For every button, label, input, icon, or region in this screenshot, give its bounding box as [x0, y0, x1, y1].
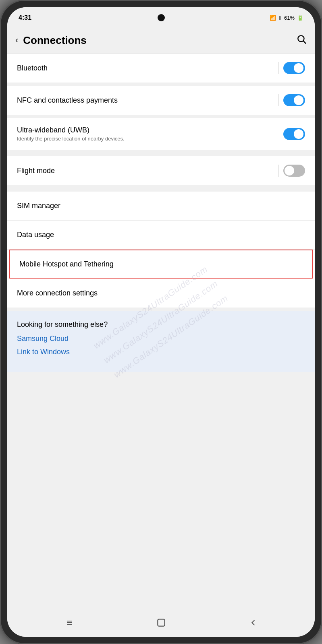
wifi-icon: 📶 [270, 15, 276, 21]
section-uwb: Ultra-wideband (UWB) Identify the precis… [7, 118, 315, 150]
status-time: 4:31 [19, 14, 31, 21]
flight-mode-toggle[interactable] [283, 165, 305, 177]
uwb-item[interactable]: Ultra-wideband (UWB) Identify the precis… [7, 118, 315, 150]
signal-icon: ⅠⅠ [278, 15, 282, 21]
page-title: Connections [23, 34, 86, 47]
nfc-toggle[interactable] [283, 94, 305, 106]
uwb-label: Ultra-wideband (UWB) [17, 126, 283, 134]
mobile-hotspot-label: Mobile Hotspot and Tethering [19, 260, 303, 268]
nfc-item[interactable]: NFC and contactless payments [7, 86, 315, 115]
nfc-label: NFC and contactless payments [17, 96, 278, 105]
search-button[interactable] [296, 34, 307, 47]
camera-cutout [158, 14, 165, 21]
more-connections-label: More connection settings [17, 289, 305, 297]
bluetooth-toggle[interactable] [283, 62, 305, 74]
battery-percent: 61% [284, 15, 295, 21]
section-misc: SIM manager Data usage Mobile Hotspot an… [7, 192, 315, 308]
uwb-toggle[interactable] [283, 128, 305, 140]
flight-mode-label: Flight mode [17, 167, 278, 175]
svg-line-1 [303, 41, 306, 43]
status-bar: 4:31 📶 ⅠⅠ 61% 🔋 [7, 7, 315, 28]
toggle-knob [294, 129, 303, 139]
recent-apps-button[interactable] [64, 618, 74, 627]
divider [278, 165, 278, 177]
svg-rect-8 [158, 619, 165, 626]
sim-manager-item[interactable]: SIM manager [7, 192, 315, 221]
back-button[interactable]: ‹ [15, 35, 18, 45]
phone-screen: www.GalaxyS24UltraGuide.com www.GalaxyS2… [7, 7, 315, 637]
sim-manager-label: SIM manager [17, 202, 305, 210]
status-icons: 📶 ⅠⅠ 61% 🔋 [270, 15, 303, 21]
data-usage-label: Data usage [17, 231, 305, 239]
section-gap [7, 188, 315, 192]
samsung-cloud-link[interactable]: Samsung Cloud [17, 334, 305, 343]
toggle-knob [294, 95, 303, 105]
mobile-hotspot-item[interactable]: Mobile Hotspot and Tethering [9, 250, 313, 279]
settings-list: Bluetooth NFC and contactless payments [7, 54, 315, 608]
suggestion-title: Looking for something else? [17, 320, 305, 329]
battery-icon: 🔋 [297, 15, 303, 21]
suggestion-section: Looking for something else? Samsung Clou… [7, 311, 315, 372]
phone-frame: www.GalaxyS24UltraGuide.com www.GalaxyS2… [0, 0, 322, 644]
link-to-windows-link[interactable]: Link to Windows [17, 348, 305, 356]
divider [278, 62, 278, 74]
navigation-bar [7, 608, 315, 637]
page-header: ‹ Connections [7, 28, 315, 54]
data-usage-item[interactable]: Data usage [7, 221, 315, 250]
section-gap [7, 153, 315, 156]
section-nfc: NFC and contactless payments [7, 86, 315, 115]
bluetooth-label: Bluetooth [17, 64, 278, 72]
header-left: ‹ Connections [15, 34, 87, 47]
back-nav-button[interactable] [249, 618, 258, 627]
divider [278, 94, 278, 106]
home-button[interactable] [156, 617, 166, 628]
flight-mode-item[interactable]: Flight mode [7, 156, 315, 185]
toggle-knob [294, 63, 303, 73]
section-flight: Flight mode [7, 156, 315, 185]
more-connections-item[interactable]: More connection settings [7, 279, 315, 308]
uwb-subtitle: Identify the precise location of nearby … [17, 136, 283, 142]
toggle-knob [285, 166, 294, 175]
section-bluetooth: Bluetooth [7, 54, 315, 83]
bluetooth-item[interactable]: Bluetooth [7, 54, 315, 83]
